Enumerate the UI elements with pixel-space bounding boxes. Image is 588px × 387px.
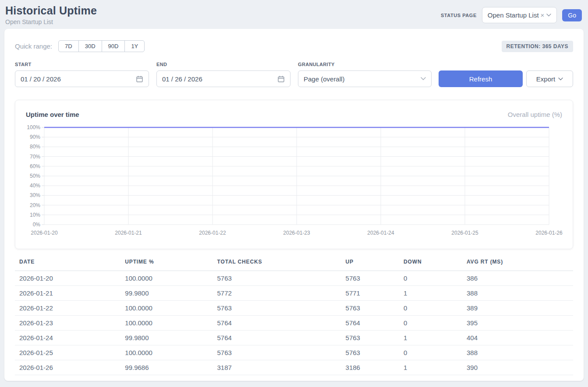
table-row: 2026-01-2499.9800576457631404: [15, 331, 573, 345]
calendar-icon[interactable]: [136, 75, 143, 83]
quick-range-30d-button[interactable]: 30D: [78, 40, 102, 52]
table-row: 2026-01-20100.0000576357630386: [15, 271, 573, 286]
y-axis-tick-label: 80%: [30, 144, 40, 150]
page-title: Historical Uptime: [5, 4, 97, 17]
table-cell: 2026-01-21: [15, 286, 121, 301]
status-page-value: Open Startup List: [488, 11, 539, 19]
export-button-label: Export: [536, 75, 555, 83]
quick-range-90d-button[interactable]: 90D: [102, 40, 125, 52]
table-cell: 5763: [214, 345, 342, 360]
title-block: Historical Uptime Open Startup List: [5, 4, 97, 25]
table-cell: 2026-01-26: [15, 360, 121, 375]
table-cell: 2026-01-20: [15, 271, 121, 286]
table-cell: 1: [400, 360, 463, 375]
table-cell: 0: [400, 316, 463, 331]
go-button[interactable]: Go: [562, 9, 582, 21]
table-header-cell: UPTIME %: [121, 254, 213, 271]
table-cell: 5764: [342, 316, 400, 331]
chevron-down-icon: [558, 77, 563, 81]
y-axis-tick-label: 50%: [30, 173, 40, 179]
granularity-select[interactable]: Page (overall): [298, 70, 432, 87]
table-cell: 99.9800: [121, 331, 213, 345]
y-axis-tick-label: 40%: [30, 183, 40, 189]
topbar: Historical Uptime Open Startup List STAT…: [0, 0, 588, 29]
x-axis-tick-label: 2026-01-25: [451, 230, 478, 236]
table-row: 2026-01-25100.0000576357630388: [15, 345, 573, 360]
table-cell: 5763: [342, 345, 400, 360]
table-cell: 390: [463, 360, 573, 375]
page-subtitle: Open Startup List: [5, 18, 97, 25]
end-date-input[interactable]: 01 / 26 / 2026: [156, 70, 290, 87]
table-cell: 389: [463, 301, 573, 316]
table-cell: 100.0000: [121, 271, 213, 286]
calendar-icon[interactable]: [277, 75, 285, 83]
chart-legend: Overall uptime (%): [508, 111, 562, 118]
table-row: 2026-01-2199.9800577257711388: [15, 286, 573, 301]
main-panel: Quick range: 7D30D90D1Y RETENTION: 365 D…: [4, 29, 584, 381]
start-date-label: START: [15, 62, 149, 67]
y-axis-tick-label: 70%: [30, 154, 40, 160]
table-cell: 5771: [342, 286, 400, 301]
table-cell: 0: [400, 301, 463, 316]
y-axis-tick-label: 30%: [30, 192, 40, 198]
chart-header: Uptime over time Overall uptime (%): [26, 111, 562, 118]
table-cell: 1: [400, 331, 463, 345]
y-axis-tick-label: 0%: [33, 222, 41, 228]
x-axis-tick-label: 2026-01-26: [535, 230, 563, 236]
granularity-value: Page (overall): [304, 75, 344, 83]
end-date-label: END: [156, 62, 290, 67]
start-date-value: 01 / 20 / 2026: [21, 75, 61, 83]
table-cell: 388: [463, 286, 573, 301]
table-cell: 5763: [342, 331, 400, 345]
table-header-cell: TOTAL CHECKS: [214, 254, 342, 271]
granularity-field: GRANULARITY Page (overall): [298, 62, 432, 87]
table-cell: 3186: [342, 360, 400, 375]
quick-range-1y-button[interactable]: 1Y: [124, 40, 145, 52]
table-cell: 5763: [342, 301, 400, 316]
table-cell: 0: [400, 271, 463, 286]
y-axis-tick-label: 60%: [30, 163, 40, 169]
topbar-right: STATUS PAGE Open Startup List × Go: [441, 7, 582, 23]
quick-range-7d-button[interactable]: 7D: [58, 40, 79, 52]
clear-selection-icon[interactable]: ×: [541, 12, 545, 18]
table-cell: 5764: [214, 316, 342, 331]
table-cell: 5763: [342, 271, 400, 286]
table-cell: 0: [400, 345, 463, 360]
table-header-row: DATEUPTIME %TOTAL CHECKSUPDOWNAVG RT (MS…: [15, 254, 573, 271]
table-header-cell: DATE: [15, 254, 121, 271]
table-cell: 3187: [214, 360, 342, 375]
table-cell: 404: [463, 331, 573, 345]
table-cell: 2026-01-24: [15, 331, 121, 345]
quick-range-label: Quick range:: [15, 42, 52, 50]
status-page-select[interactable]: Open Startup List ×: [482, 7, 557, 23]
table-row: 2026-01-22100.0000576357630389: [15, 301, 573, 316]
table-cell: 5763: [214, 271, 342, 286]
table-header-cell: AVG RT (MS): [463, 254, 573, 271]
refresh-button[interactable]: Refresh: [439, 70, 523, 87]
chart-title: Uptime over time: [26, 111, 79, 118]
uptime-chart: 2026-01-202026-01-212026-01-222026-01-23…: [26, 124, 563, 239]
table-cell: 99.9686: [121, 360, 213, 375]
start-date-field: START 01 / 20 / 2026: [15, 62, 149, 87]
table-header-cell: UP: [342, 254, 400, 271]
end-date-field: END 01 / 26 / 2026: [156, 62, 290, 87]
x-axis-tick-label: 2026-01-21: [115, 230, 142, 236]
start-date-input[interactable]: 01 / 20 / 2026: [15, 70, 149, 87]
table-cell: 386: [463, 271, 573, 286]
uptime-table: DATEUPTIME %TOTAL CHECKSUPDOWNAVG RT (MS…: [15, 254, 573, 375]
quick-range-group: 7D30D90D1Y: [58, 40, 145, 52]
x-axis-tick-label: 2026-01-22: [199, 230, 226, 236]
chevron-down-icon: [546, 14, 551, 17]
chevron-down-icon: [421, 77, 426, 81]
table-cell: 2026-01-25: [15, 345, 121, 360]
table-cell: 1: [400, 286, 463, 301]
table-header-cell: DOWN: [400, 254, 463, 271]
y-axis-tick-label: 90%: [30, 134, 40, 140]
x-axis-tick-label: 2026-01-23: [283, 230, 310, 236]
table-cell: 99.9800: [121, 286, 213, 301]
export-button[interactable]: Export: [526, 70, 573, 87]
granularity-label: GRANULARITY: [298, 62, 432, 67]
controls-row: START 01 / 20 / 2026 END 01 / 26 / 2026 …: [15, 62, 573, 87]
x-axis-tick-label: 2026-01-20: [31, 230, 58, 236]
table-cell: 395: [463, 316, 573, 331]
